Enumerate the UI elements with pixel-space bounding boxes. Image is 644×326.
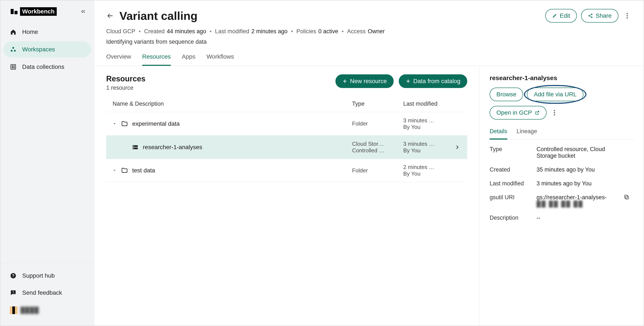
svg-point-22 (554, 110, 555, 111)
dots-vertical-icon (554, 109, 555, 116)
expand-toggle[interactable] (112, 122, 117, 126)
details-more-button[interactable] (550, 108, 559, 117)
svg-rect-6 (12, 67, 13, 68)
plus-icon (406, 79, 411, 84)
meta-created-label: Created (144, 28, 165, 35)
details-actions-row2: Open in GCP (490, 106, 634, 119)
details-fields: Type Controlled resource, Cloud Storage … (490, 146, 634, 221)
sidebar-item-label: Support hub (22, 272, 55, 279)
table-row[interactable]: test data Folder 2 minutes … By You (106, 159, 467, 182)
field-modified-value: 3 minutes ago by You (536, 180, 622, 187)
name-cell: experimental data (112, 120, 352, 127)
back-button[interactable] (106, 12, 114, 19)
sidebar: Workbench Home Workspaces Data collectio… (0, 0, 94, 326)
add-file-via-url-button[interactable]: Add file via URL (527, 88, 584, 101)
copy-uri-button[interactable] (624, 194, 634, 200)
meta-created-value: 44 minutes ago (167, 28, 206, 35)
svg-rect-5 (14, 65, 15, 67)
avatar (10, 307, 18, 314)
chevron-right-icon (454, 144, 460, 150)
sidebar-item-send-feedback[interactable]: Send feedback (4, 285, 91, 301)
field-created-value: 35 minutes ago by You (536, 166, 622, 173)
col-type: Type (352, 101, 403, 107)
sidebar-item-label: Data collections (22, 63, 64, 70)
home-icon (10, 29, 17, 35)
details-title: researcher-1-analyses (490, 74, 634, 82)
svg-point-16 (626, 15, 628, 16)
tab-workflows[interactable]: Workflows (206, 53, 234, 66)
data-from-catalog-label: Data from catalog (413, 78, 460, 85)
resources-pane: Resources 1 resource New resource Data f… (94, 66, 479, 326)
row-chevron[interactable] (454, 144, 467, 150)
brand-logo: Workbench (11, 7, 57, 16)
resource-name: experimental data (132, 120, 180, 127)
svg-point-17 (626, 17, 628, 18)
svg-rect-11 (13, 293, 14, 294)
plus-icon (342, 79, 348, 84)
meta-policies-value: 0 active (318, 28, 338, 35)
name-cell: researcher-1-analyses (112, 144, 352, 151)
sidebar-item-workspaces[interactable]: Workspaces (4, 41, 91, 57)
svg-rect-25 (626, 196, 628, 199)
table-row[interactable]: experimental data Folder 3 minutes … By … (106, 112, 467, 135)
modified-cell: 2 minutes … By You (403, 164, 454, 177)
sidebar-item-support-hub[interactable]: ? Support hub (4, 268, 91, 284)
logo-icon (11, 9, 18, 14)
sidebar-item-label: Workspaces (22, 46, 55, 53)
expand-toggle[interactable] (112, 169, 117, 172)
details-tab-lineage[interactable]: Lineage (517, 128, 537, 139)
resource-name: researcher-1-analyses (143, 144, 202, 151)
type-cell: Folder (352, 120, 403, 127)
col-name: Name & Description (112, 101, 352, 107)
svg-point-23 (554, 112, 555, 113)
share-button-label: Share (596, 12, 612, 19)
tab-resources[interactable]: Resources (142, 53, 171, 66)
browse-button[interactable]: Browse (490, 88, 523, 101)
meta-cloud: Cloud GCP (106, 28, 136, 35)
field-created-label: Created (490, 166, 534, 173)
svg-point-24 (554, 114, 555, 115)
share-button[interactable]: Share (581, 9, 618, 22)
field-type-value: Controlled resource, Cloud Storage bucke… (536, 146, 622, 159)
svg-point-0 (12, 47, 14, 49)
type-cell: Cloud Stor… Controlled … (352, 141, 403, 154)
sidebar-nav: Home Workspaces Data collections (0, 24, 94, 75)
svg-rect-26 (624, 195, 628, 198)
details-tab-details[interactable]: Details (490, 128, 507, 140)
meta-access-label: Access (347, 28, 366, 35)
resources-actions: New resource Data from catalog (336, 74, 467, 88)
sidebar-item-data-collections[interactable]: Data collections (4, 59, 91, 75)
table-row[interactable]: researcher-1-analyses Cloud Stor… Contro… (106, 135, 467, 159)
new-resource-label: New resource (350, 78, 387, 85)
caret-down-icon (112, 122, 116, 126)
tab-apps[interactable]: Apps (182, 53, 196, 66)
collapse-sidebar-button[interactable] (80, 8, 86, 15)
edit-button-label: Edit (560, 12, 570, 19)
new-resource-button[interactable]: New resource (336, 74, 394, 88)
external-link-icon (534, 110, 540, 115)
field-type-label: Type (490, 146, 534, 153)
copy-icon (624, 194, 630, 200)
svg-rect-7 (14, 67, 15, 68)
data-from-catalog-button[interactable]: Data from catalog (399, 74, 467, 88)
svg-rect-4 (12, 65, 13, 67)
meta-modified-value: 2 minutes ago (252, 28, 288, 35)
edit-button[interactable]: Edit (545, 9, 577, 22)
details-actions: Browse Add file via URL (490, 88, 634, 101)
workspace-tabs: Overview Resources Apps Workflows (94, 45, 644, 66)
more-menu-button[interactable] (623, 11, 632, 20)
field-uri-label: gsutil URI (490, 194, 534, 201)
type-cell: Folder (352, 167, 403, 174)
tab-overview[interactable]: Overview (106, 53, 131, 66)
svg-text:?: ? (12, 273, 14, 278)
user-account[interactable]: ████ (4, 302, 91, 319)
svg-point-12 (591, 14, 592, 15)
feedback-icon (10, 290, 17, 296)
svg-point-2 (14, 50, 16, 52)
workspaces-icon (10, 46, 17, 53)
open-in-gcp-button[interactable]: Open in GCP (490, 106, 546, 119)
svg-rect-21 (133, 148, 134, 149)
sidebar-item-home[interactable]: Home (4, 24, 91, 40)
svg-point-1 (11, 50, 12, 52)
folder-icon (121, 120, 128, 127)
